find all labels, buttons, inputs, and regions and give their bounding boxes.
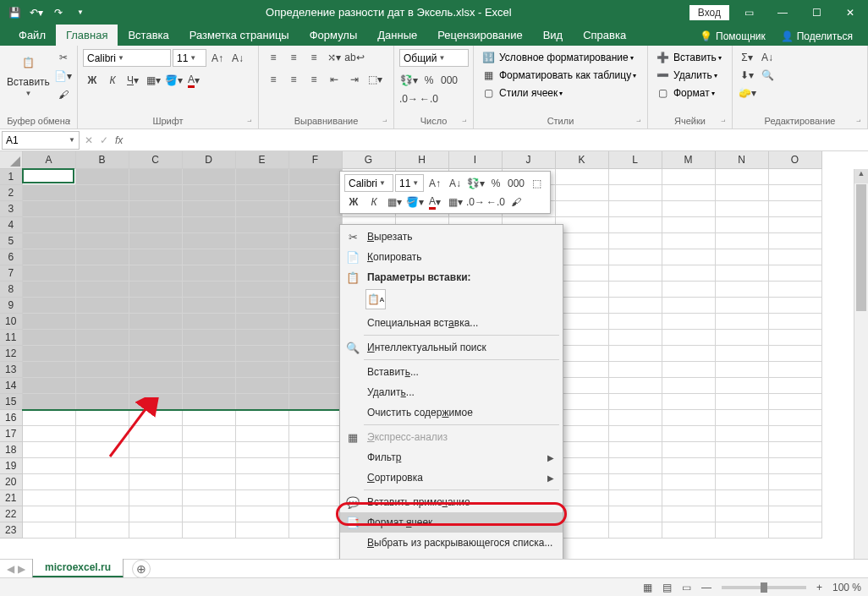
cell[interactable] [608,409,662,425]
cell[interactable] [662,361,715,377]
cell[interactable] [235,345,288,361]
cell[interactable] [235,522,288,538]
cell[interactable] [555,184,608,200]
cell[interactable] [715,409,768,425]
cell[interactable] [288,281,342,297]
mini-font-color-icon[interactable]: A▾ [426,194,444,211]
cell[interactable] [288,184,342,200]
cell[interactable] [75,232,129,249]
cell[interactable] [288,489,342,506]
find-icon[interactable]: 🔍 [758,67,777,84]
cell[interactable] [715,297,768,313]
align-center-icon[interactable]: ≡ [284,71,303,88]
cell[interactable] [129,184,182,200]
cell[interactable] [288,506,342,522]
select-all[interactable] [0,151,22,168]
align-bottom-icon[interactable]: ≡ [305,49,323,66]
cell[interactable] [182,281,235,297]
cell[interactable] [75,425,129,441]
paste-button[interactable]: 📋 Вставить ▼ [5,49,52,99]
format-painter-icon[interactable]: 🖌 [54,86,73,103]
cell[interactable] [22,168,75,184]
cell[interactable] [288,345,342,361]
mini-inc-decimal-icon[interactable]: .0→ [466,194,485,211]
cell[interactable] [22,506,75,522]
cell[interactable] [182,522,235,538]
accept-formula-icon[interactable]: ✓ [100,134,108,146]
cell[interactable] [662,313,715,329]
borders-icon[interactable]: ▦▾ [144,72,162,89]
cell[interactable] [182,265,235,281]
tab-вид[interactable]: Вид [533,25,574,46]
cell[interactable] [662,377,715,393]
decrease-font-icon[interactable]: A↓ [228,50,247,67]
align-right-icon[interactable]: ≡ [305,71,323,88]
cell[interactable] [182,506,235,522]
cell[interactable] [768,216,821,232]
cell[interactable] [768,425,821,441]
cell[interactable] [768,393,821,409]
row-header-12[interactable]: 12 [0,345,22,361]
cm-clear[interactable]: Очистить содержимое [340,402,563,423]
cell[interactable] [182,441,235,457]
cell[interactable] [555,200,608,216]
cell[interactable] [608,393,662,409]
cell[interactable] [182,297,235,313]
cm-cut[interactable]: ✂Вырезать [340,227,563,247]
clear-icon[interactable]: 🧽▾ [738,85,756,101]
align-middle-icon[interactable]: ≡ [284,49,303,66]
cell[interactable] [768,168,821,184]
cell[interactable] [235,393,288,409]
cell[interactable] [768,265,821,281]
wrap-text-icon[interactable]: ab↩ [345,49,364,66]
cell[interactable] [235,281,288,297]
cell[interactable] [768,377,821,393]
cell[interactable] [288,265,342,281]
cell[interactable] [768,473,821,489]
cell[interactable] [608,265,662,281]
cell[interactable] [22,249,75,265]
qat-more-icon[interactable]: ▼ [73,5,88,20]
cell[interactable] [768,249,821,265]
cell[interactable] [22,184,75,200]
fx-icon[interactable]: fx [115,134,123,146]
cell[interactable] [129,168,182,184]
mini-currency-icon[interactable]: 💱▾ [466,175,485,192]
row-header-10[interactable]: 10 [0,313,22,329]
cell[interactable] [182,313,235,329]
cell[interactable] [75,265,129,281]
cell[interactable] [182,393,235,409]
cell[interactable] [182,216,235,232]
cell[interactable] [22,361,75,377]
cell[interactable] [235,441,288,457]
row-header-5[interactable]: 5 [0,232,22,249]
cell[interactable] [715,522,768,538]
row-header-16[interactable]: 16 [0,409,22,425]
tab-рецензирование[interactable]: Рецензирование [427,25,532,46]
cell[interactable] [288,297,342,313]
cell[interactable] [182,377,235,393]
cell[interactable] [182,168,235,184]
cell[interactable] [662,249,715,265]
cell[interactable] [235,313,288,329]
cell[interactable] [715,265,768,281]
cell[interactable] [129,313,182,329]
cell[interactable] [235,265,288,281]
cell[interactable] [715,313,768,329]
cell[interactable] [662,345,715,361]
cell[interactable] [768,281,821,297]
cancel-formula-icon[interactable]: ✕ [85,134,93,146]
cell[interactable] [768,200,821,216]
cut-icon[interactable]: ✂ [54,49,73,66]
cell[interactable] [662,506,715,522]
conditional-formatting-button[interactable]: 🔢Условное форматирование▾ [479,49,634,66]
cell[interactable] [288,425,342,441]
tab-данные[interactable]: Данные [367,25,427,46]
mini-borders2-icon[interactable]: ▦▾ [446,194,464,211]
cell[interactable] [235,377,288,393]
font-size-combo[interactable]: 11▼ [173,49,206,67]
cell[interactable] [129,457,182,473]
row-header-6[interactable]: 6 [0,249,22,265]
cell[interactable] [22,200,75,216]
cell[interactable] [662,473,715,489]
